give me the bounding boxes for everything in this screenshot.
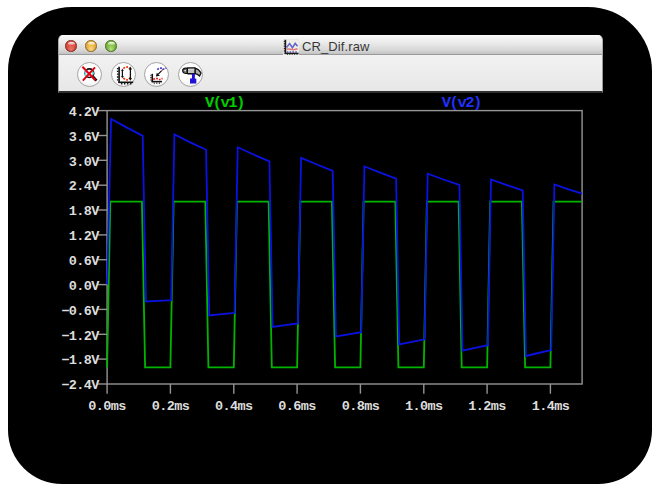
- svg-text:−2.4V: −2.4V: [61, 378, 100, 393]
- svg-text:−0.6V: −0.6V: [61, 304, 100, 319]
- svg-text:2.4V: 2.4V: [69, 179, 101, 194]
- svg-text:0.2ms: 0.2ms: [152, 399, 190, 414]
- svg-text:1.8V: 1.8V: [69, 204, 101, 219]
- svg-text:0.0ms: 0.0ms: [88, 399, 126, 414]
- svg-text:1.0ms: 1.0ms: [405, 399, 443, 414]
- svg-text:V(v2): V(v2): [442, 94, 481, 112]
- svg-text:0.8ms: 0.8ms: [342, 399, 380, 414]
- svg-text:4.2V: 4.2V: [69, 105, 101, 120]
- svg-text:0.0V: 0.0V: [69, 279, 101, 294]
- svg-text:V(v1): V(v1): [205, 94, 244, 112]
- svg-text:1.4ms: 1.4ms: [532, 399, 570, 414]
- svg-text:1.2V: 1.2V: [69, 229, 101, 244]
- svg-text:0.6V: 0.6V: [69, 254, 101, 269]
- svg-text:−1.8V: −1.8V: [61, 353, 100, 368]
- svg-text:0.6ms: 0.6ms: [278, 399, 316, 414]
- svg-text:3.0V: 3.0V: [69, 155, 101, 170]
- svg-text:3.6V: 3.6V: [69, 130, 101, 145]
- svg-text:−1.2V: −1.2V: [61, 329, 100, 344]
- svg-text:0.4ms: 0.4ms: [215, 399, 253, 414]
- svg-text:1.2ms: 1.2ms: [468, 399, 506, 414]
